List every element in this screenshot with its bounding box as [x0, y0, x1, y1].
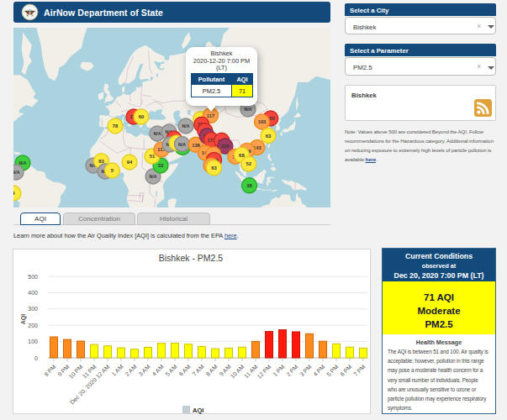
svg-text:94: 94	[127, 160, 133, 165]
svg-text:N/A: N/A	[13, 170, 20, 175]
svg-text:AQI: AQI	[193, 407, 203, 414]
svg-text:63: 63	[211, 165, 217, 171]
svg-text:N/A: N/A	[178, 142, 186, 147]
svg-text:400: 400	[28, 290, 38, 296]
svg-text:117: 117	[207, 113, 214, 118]
svg-text:300: 300	[28, 306, 38, 312]
svg-text:60: 60	[139, 114, 145, 119]
svg-text:100: 100	[28, 339, 38, 344]
svg-text:N/A: N/A	[150, 174, 157, 179]
svg-text:63: 63	[266, 134, 272, 139]
svg-text:68: 68	[239, 153, 245, 158]
svg-text:N/A: N/A	[154, 131, 161, 136]
svg-text:83: 83	[98, 159, 104, 164]
svg-text:N/A: N/A	[182, 123, 190, 129]
svg-text:52: 52	[246, 161, 252, 166]
svg-text:51: 51	[150, 154, 156, 159]
svg-text:500: 500	[28, 274, 38, 280]
svg-text:226: 226	[221, 144, 230, 149]
svg-text:138: 138	[192, 143, 200, 148]
svg-text:38: 38	[246, 183, 252, 188]
svg-text:Bishkek - PM2.5: Bishkek - PM2.5	[159, 253, 224, 263]
svg-text:N/A: N/A	[19, 160, 27, 165]
svg-text:0: 0	[34, 355, 38, 361]
svg-text:200: 200	[28, 323, 38, 328]
svg-text:N/A: N/A	[245, 107, 252, 112]
svg-text:103: 103	[258, 119, 267, 124]
svg-text:78: 78	[113, 123, 119, 129]
svg-text:33: 33	[158, 163, 164, 168]
svg-text:AQI: AQI	[20, 314, 27, 325]
